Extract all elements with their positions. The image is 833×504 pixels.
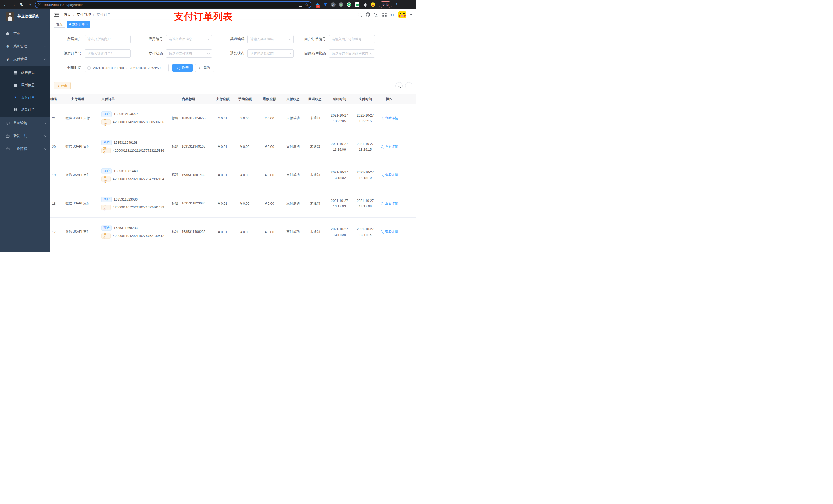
cell-amount: ¥ 0.01 (213, 189, 233, 217)
extensions-row: 10 ⌘ y (315, 2, 375, 7)
cell-pay-status (282, 246, 304, 252)
search-icon (380, 173, 384, 177)
sidebar-item-workflow[interactable]: 工作流程 (0, 142, 50, 155)
cell-created-time (326, 246, 353, 252)
site-info-icon[interactable]: i (38, 3, 42, 6)
cell-created-time: 2021-10-27 13:22:05 (326, 104, 353, 132)
address-bar[interactable]: i localhost:1024/pay/order ☆ (35, 1, 311, 8)
table-row: 20 微信 JSAPI 支付 商户 1635311949168 支付 42000… (50, 133, 416, 161)
view-detail-link[interactable]: 查看详情 (380, 116, 398, 120)
search-button[interactable]: 搜索 (172, 64, 193, 72)
cell-id: 19 (50, 161, 62, 189)
user-avatar[interactable] (398, 11, 406, 19)
sidebar-item-home[interactable]: 首页 (0, 27, 50, 40)
column-header-refund: 退款金额 (257, 97, 282, 101)
help-icon[interactable]: ? (374, 13, 378, 17)
breadcrumb-section[interactable]: 支付管理 (77, 12, 91, 17)
cell-title (164, 246, 213, 252)
extensions-puzzle-icon[interactable] (363, 2, 367, 7)
extension-command-icon[interactable]: ⌘ (331, 2, 336, 7)
pay-no-tag: 支付 (101, 233, 111, 239)
bookmark-star-icon[interactable]: ☆ (305, 2, 308, 7)
toggle-search-button[interactable] (396, 82, 403, 89)
yen-icon: ¥ (6, 57, 10, 62)
cell-amount: ¥ 0.01 (213, 218, 233, 246)
view-detail-link[interactable]: 查看详情 (380, 230, 398, 234)
sidebar-item-pay-order[interactable]: ¥ 支付订单 (0, 91, 50, 103)
view-detail-link[interactable]: 查看详情 (380, 173, 398, 177)
cell-pay-status: 支付成功 (282, 189, 304, 217)
notify-status-select[interactable]: 请选择订单回调商户状态 (329, 49, 375, 57)
extension-chat-icon[interactable] (355, 2, 359, 7)
font-size-icon[interactable]: TT (390, 13, 395, 17)
pay-status-select[interactable]: 请选择支付状态 (166, 49, 212, 57)
breadcrumb-current: 支付订单 (97, 12, 111, 17)
cell-channel: 微信 JSAPI 支付 (62, 133, 94, 161)
sidebar-item-refund-order[interactable]: 退款订单 (0, 103, 50, 116)
search-icon (398, 84, 401, 88)
avatar-dropdown-caret-icon[interactable] (410, 14, 412, 15)
cell-pay-order: 商户 1635311468233 支付 42000011942021102767… (94, 218, 164, 246)
reset-button[interactable]: 重置 (195, 64, 214, 72)
field-pay-status: 支付状态 请选择支付状态 (135, 49, 217, 57)
active-dot-icon (69, 23, 71, 25)
view-detail-link[interactable]: 查看详情 (380, 201, 398, 206)
sidebar-item-app-info[interactable]: 应用信息 (0, 79, 50, 91)
close-icon[interactable]: × (86, 23, 88, 26)
app-no-select[interactable]: 请选择应用信息 (166, 35, 212, 43)
table-row: 商户 1635311251796 支付 (50, 246, 416, 252)
extension-record-icon[interactable] (339, 2, 343, 7)
browser-toolbar: ← → ↻ ⌂ i localhost:1024/pay/order ☆ 10 … (0, 0, 416, 9)
cell-paid-time: 2021-10-27 13:11:15 (353, 218, 378, 246)
browser-back-button[interactable]: ← (2, 1, 9, 8)
refresh-table-button[interactable] (405, 82, 412, 89)
share-icon[interactable] (299, 3, 302, 7)
cell-action: 查看详情 (378, 189, 401, 217)
table-row: 18 微信 JSAPI 支付 商户 1635311823086 支付 42000… (50, 189, 416, 218)
tab-pay-order[interactable]: 支付订单 × (67, 21, 90, 28)
breadcrumb-home[interactable]: 首页 (64, 12, 71, 17)
browser-home-button[interactable]: ⌂ (27, 1, 33, 8)
github-icon[interactable] (365, 12, 370, 17)
extension-diamond-icon[interactable]: 10 (315, 2, 320, 7)
channel-order-no-input[interactable]: 请输入渠道订单号 (85, 49, 130, 57)
export-button[interactable]: ↓导出 (54, 82, 71, 89)
tab-home[interactable]: 首页 (54, 21, 65, 28)
sidebar-item-infrastructure[interactable]: 基础设施 (0, 117, 50, 129)
refund-status-select[interactable]: 请选择退款状态 (247, 49, 293, 57)
cell-amount: ¥ 0.01 (213, 133, 233, 161)
date-range-input[interactable]: 2021-10-01 00:00:00 - 2021-10-31 23:59:5… (85, 64, 169, 72)
refresh-icon (199, 66, 203, 70)
pay-no-tag: 支付 (101, 148, 111, 153)
profile-avatar-icon[interactable] (371, 2, 375, 7)
merchant-order-no-input[interactable]: 请输入商户订单编号 (329, 35, 375, 43)
view-detail-link[interactable]: 查看详情 (380, 144, 398, 149)
sidebar-item-devtools[interactable]: 研发工具 (0, 129, 50, 142)
browser-update-button[interactable]: 更新 (379, 1, 392, 8)
browser-forward-button[interactable]: → (10, 1, 17, 8)
extension-kite-icon[interactable] (323, 2, 328, 7)
briefcase-icon (6, 147, 10, 151)
cell-pay-order: 商户 1635311949168 支付 42000011812021102777… (94, 133, 164, 161)
sidebar-item-merchant-info[interactable]: 商户信息 (0, 67, 50, 79)
fullscreen-icon[interactable] (382, 12, 387, 17)
sidebar-item-system[interactable]: ⚙ 系统管理 (0, 40, 50, 53)
breadcrumb-separator: / (93, 13, 94, 17)
app-logo[interactable]: 芋道管理系统 (0, 9, 50, 24)
table-toolbar: ↓导出 (50, 78, 416, 89)
merchant-input[interactable]: 请选择所属商户 (85, 35, 130, 43)
payment-submenu: 商户信息 应用信息 ¥ 支付订单 退款订单 (0, 66, 50, 117)
extension-y-icon[interactable]: y (347, 2, 352, 7)
cell-channel: 微信 JSAPI 支付 (62, 161, 94, 189)
sidebar-collapse-icon[interactable] (54, 13, 59, 17)
cell-title: 标题：1635312124656 (164, 104, 213, 132)
field-notify-status: 回调商户状态 请选择订单回调商户状态 (298, 49, 380, 57)
browser-reload-button[interactable]: ↻ (19, 1, 25, 8)
channel-code-select[interactable]: 请输入渠道编码 (247, 35, 293, 43)
search-icon (380, 202, 384, 205)
browser-menu-icon[interactable]: ⋮ (395, 2, 399, 7)
cell-id (50, 246, 62, 252)
search-icon[interactable] (358, 13, 362, 17)
sidebar-item-payment[interactable]: ¥ 支付管理 (0, 53, 50, 66)
cell-amount (213, 246, 233, 252)
